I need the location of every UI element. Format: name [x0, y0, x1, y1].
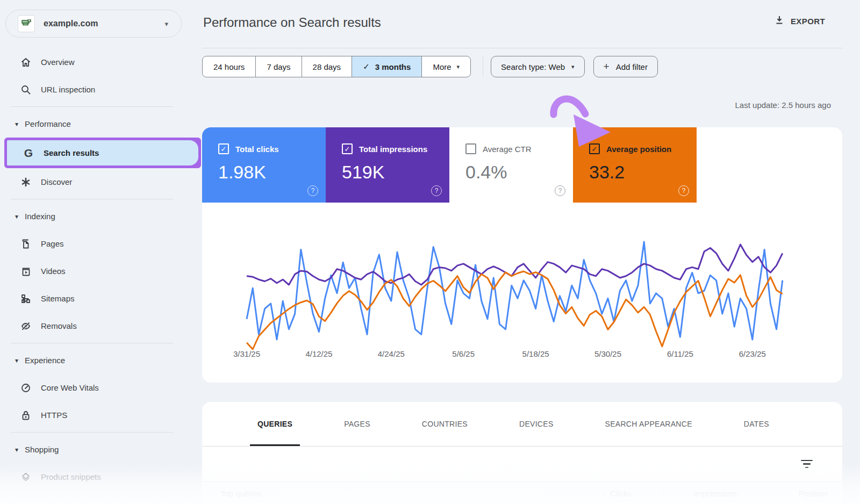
column-top-queries[interactable]: Top queries — [220, 489, 262, 498]
tab-search-appearance[interactable]: SEARCH APPEARANCE — [579, 402, 718, 446]
export-label: EXPORT — [791, 17, 825, 26]
tab-label: COUNTRIES — [422, 420, 468, 428]
property-name: example.com — [44, 19, 98, 28]
header-divider — [202, 48, 842, 48]
metric-card-total-clicks[interactable]: ✓ Total clicks 1.98K ? — [202, 127, 326, 203]
tab-label: DATES — [744, 420, 769, 428]
checkbox-icon[interactable]: ✓ — [218, 143, 229, 154]
sidebar-item-sitemaps[interactable]: Sitemaps — [0, 285, 202, 312]
help-icon[interactable]: ? — [431, 185, 442, 196]
help-icon[interactable]: ? — [678, 185, 689, 196]
sidebar-item-overview[interactable]: Overview — [0, 48, 202, 76]
sidebar-item-core-web-vitals[interactable]: Core Web Vitals — [0, 374, 202, 401]
sidebar-item-label: URL inspection — [41, 85, 95, 94]
sidebar-item-url-inspection[interactable]: URL inspection — [0, 76, 202, 103]
range-28-days[interactable]: 28 days — [302, 56, 352, 77]
table-toolbar — [202, 447, 842, 482]
help-icon[interactable]: ? — [555, 185, 565, 196]
column-label: Impressions — [693, 489, 737, 498]
check-icon: ✓ — [221, 146, 227, 153]
checkbox-icon[interactable]: ✓ — [465, 143, 476, 154]
property-selector[interactable]: example.com ▾ — [5, 10, 182, 38]
export-button[interactable]: EXPORT — [775, 15, 825, 27]
column-label: Clicks — [610, 489, 632, 498]
checkbox-icon[interactable]: ✓ — [342, 143, 353, 154]
filter-separator — [483, 56, 483, 77]
dimensions-card: QUERIES PAGES COUNTRIES DEVICES SEARCH A… — [202, 402, 842, 504]
sidebar-divider — [11, 106, 173, 107]
sidebar-item-search-results[interactable]: G Search results — [7, 140, 198, 165]
sidebar-item-product-snippets[interactable]: Product snippets — [0, 463, 202, 491]
sidebar-item-label: Discover — [41, 177, 72, 186]
date-range-filter: 24 hours 7 days 28 days ✓ 3 months More … — [202, 56, 471, 77]
sidebar-section-performance[interactable]: ▾ Performance — [0, 110, 202, 138]
tab-queries[interactable]: QUERIES — [232, 402, 318, 446]
metric-label: Total impressions — [359, 145, 427, 154]
sidebar-section-label: Indexing — [25, 212, 55, 221]
filter-funnel-icon[interactable] — [801, 460, 813, 469]
range-label: 3 months — [375, 62, 411, 71]
range-24-hours[interactable]: 24 hours — [203, 56, 255, 77]
annotation-highlight-box: G Search results — [4, 138, 201, 168]
column-clicks[interactable]: ↓ Clicks — [602, 489, 632, 498]
tab-countries[interactable]: COUNTRIES — [396, 402, 493, 446]
metric-card-total-impressions[interactable]: ✓ Total impressions 519K ? — [326, 127, 449, 203]
metric-label: Average CTR — [483, 145, 532, 154]
tab-dates[interactable]: DATES — [718, 402, 795, 446]
sidebar-nav: Overview URL inspection ▾ Performance G … — [0, 48, 202, 491]
sidebar-section-shopping[interactable]: ▾ Shopping — [0, 436, 202, 463]
chevron-down-icon: ▾ — [15, 446, 18, 453]
x-axis-tick-label: 5/30/25 — [594, 349, 621, 358]
add-filter-button[interactable]: + Add filter — [593, 56, 658, 77]
range-label: 24 hours — [213, 62, 245, 71]
metric-card-average-ctr[interactable]: ✓ Average CTR 0.4% ? — [449, 127, 573, 203]
range-label: More — [433, 62, 451, 71]
last-update-text: Last update: 2.5 hours ago — [735, 100, 831, 110]
range-7-days[interactable]: 7 days — [255, 56, 301, 77]
sidebar-item-pages[interactable]: Pages — [0, 230, 202, 257]
layers-diamond-icon — [20, 472, 31, 483]
sidebar-section-indexing[interactable]: ▾ Indexing — [0, 203, 202, 230]
sidebar-item-label: Removals — [41, 321, 77, 330]
home-icon — [20, 57, 31, 68]
sidebar-section-experience[interactable]: ▾ Experience — [0, 347, 202, 374]
tab-label: DEVICES — [519, 420, 554, 428]
search-type-dropdown[interactable]: Search type: Web ▾ — [491, 56, 584, 77]
tab-devices[interactable]: DEVICES — [493, 402, 579, 446]
tab-label: PAGES — [344, 420, 370, 428]
checkbox-icon[interactable]: ✓ — [589, 143, 600, 154]
sidebar-section-label: Shopping — [25, 445, 59, 454]
page-title: Performance on Search results — [203, 15, 381, 30]
main-content: Performance on Search results EXPORT 24 … — [202, 0, 842, 504]
dimension-tabs: QUERIES PAGES COUNTRIES DEVICES SEARCH A… — [202, 402, 842, 447]
eye-off-icon — [20, 321, 31, 332]
sidebar-item-https[interactable]: HTTPS — [0, 401, 202, 429]
range-3-months[interactable]: ✓ 3 months — [352, 56, 421, 77]
add-filter-label: Add filter — [616, 62, 648, 71]
download-icon — [775, 15, 784, 27]
sidebar-item-discover[interactable]: Discover — [0, 168, 202, 196]
metric-cards-row: ✓ Total clicks 1.98K ? ✓ Total impressio… — [202, 127, 842, 203]
range-label: 28 days — [313, 62, 341, 71]
sidebar-item-label: Pages — [41, 239, 64, 248]
asterisk-icon — [20, 177, 31, 188]
sitemap-icon — [20, 293, 31, 304]
metric-card-average-position[interactable]: ✓ Average position 33.2 ? — [573, 127, 697, 203]
sort-down-icon: ↓ — [602, 489, 606, 498]
tab-pages[interactable]: PAGES — [318, 402, 396, 446]
sidebar-section-label: Performance — [25, 119, 71, 128]
sidebar-item-label: Product snippets — [41, 472, 101, 481]
sidebar-item-removals[interactable]: Removals — [0, 312, 202, 340]
column-label: Position — [799, 489, 827, 498]
sidebar-item-videos[interactable]: Videos — [0, 257, 202, 285]
column-impressions[interactable]: Impressions — [693, 489, 737, 498]
chevron-down-icon: ▾ — [15, 213, 18, 220]
check-icon: ✓ — [345, 146, 350, 153]
column-position[interactable]: Position — [799, 489, 827, 498]
chevron-down-icon: ▾ — [457, 63, 460, 70]
chevron-down-icon: ▾ — [164, 20, 168, 28]
sidebar-section-label: Experience — [25, 356, 65, 365]
chart-line-position — [247, 271, 783, 349]
help-icon[interactable]: ? — [307, 185, 318, 196]
range-more-dropdown[interactable]: More ▾ — [421, 56, 470, 77]
